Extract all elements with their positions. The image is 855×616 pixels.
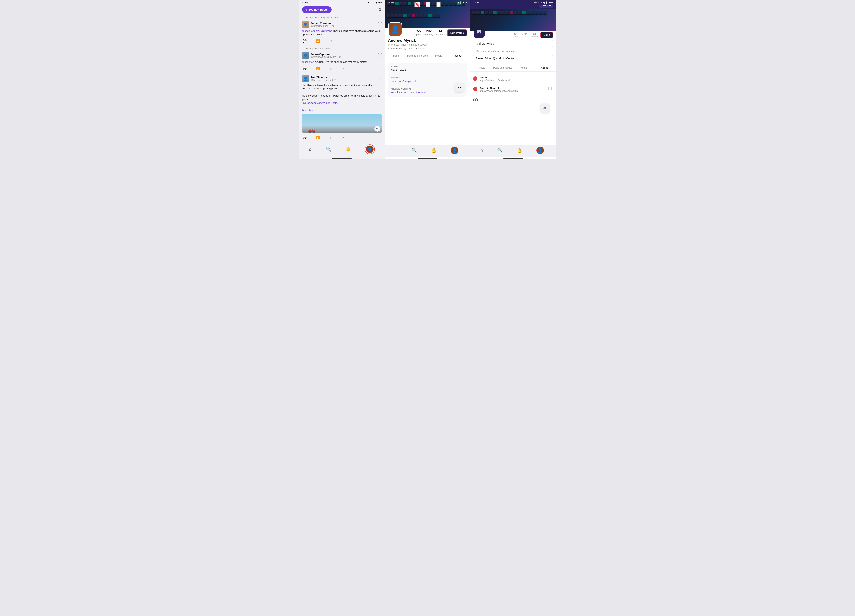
- add-link-button[interactable]: +: [473, 98, 478, 103]
- about-android-central-value[interactable]: androidcentral.com/author/andr...: [391, 91, 464, 94]
- edit-cover-s3: [470, 9, 556, 31]
- profile-avatar-nav-s3[interactable]: 👤: [536, 147, 544, 154]
- repost-action-2[interactable]: 🔁: [315, 66, 321, 71]
- home-nav-s2[interactable]: ⌂: [395, 148, 397, 153]
- post-text-1: @chockenberry @drdrang They couldn't hav…: [302, 29, 382, 37]
- edit-image-button[interactable]: ✏: [374, 126, 380, 132]
- status-time-s1: 12:57: [302, 1, 308, 4]
- account-switcher-s2[interactable]: ⌄: [459, 149, 460, 152]
- favorite-action-2[interactable]: ☆: [329, 66, 333, 71]
- bell-nav-s1[interactable]: 🔔: [345, 147, 351, 152]
- about-twitter-field: TWITTER twitter.com/andymyrick: [391, 77, 464, 83]
- status-time-s2: 12:56: [388, 1, 394, 4]
- stat-posts-num-s2: 55: [416, 29, 421, 33]
- reply-action-3[interactable]: 💬: [302, 135, 308, 140]
- home-nav-s3[interactable]: ⌂: [480, 148, 483, 153]
- edit-tab-about-s3[interactable]: About: [534, 64, 555, 72]
- bell-nav-s3[interactable]: 🔔: [517, 148, 522, 153]
- wifi-icon-s3: ▲: [538, 2, 540, 4]
- search-nav-s1[interactable]: 🔍: [326, 147, 331, 152]
- e-key-teal-2: [493, 11, 496, 15]
- more-button-3[interactable]: ···: [378, 76, 382, 81]
- settings-button[interactable]: ⚙: [378, 7, 382, 12]
- key-23: [432, 14, 436, 18]
- tab-media-s2[interactable]: Media: [429, 52, 449, 60]
- reply-to-label-2: In reply to dan seifert: [310, 48, 330, 50]
- tab-posts-s2[interactable]: Posts: [386, 52, 406, 60]
- see-new-posts-button[interactable]: ↑ See new posts: [302, 6, 331, 13]
- bell-nav-s2[interactable]: 🔔: [431, 148, 437, 153]
- post-actions-1: 💬 🔁 ☆ ↗: [302, 37, 345, 44]
- post-handle-1: @jamesthomson · 1m: [311, 25, 377, 28]
- post-handle-2: @mrcippy@mrcippy.xyz · 2m: [311, 56, 377, 58]
- tab-about-s2[interactable]: About: [449, 52, 469, 60]
- about-twitter-value[interactable]: twitter.com/andymyrick: [391, 80, 464, 83]
- bio-input-s3[interactable]: [473, 55, 553, 62]
- favorite-action-3[interactable]: ☆: [329, 135, 333, 140]
- android-central-link-url: https://www.androidcentral.com/auth: [480, 90, 545, 92]
- post-text-3: The Hyundai Ioniq 6 is such a great mach…: [302, 83, 382, 113]
- done-button-s3[interactable]: Done: [541, 32, 553, 38]
- edit-link-twitter: − Twitter https://twitter.com/andymyrick…: [473, 74, 553, 84]
- home-indicator-s3: [503, 158, 523, 159]
- share-action-2[interactable]: ↗: [341, 66, 345, 71]
- e-key-4: [489, 11, 492, 15]
- home-nav-s1[interactable]: ⌂: [309, 147, 312, 152]
- repost-action-1[interactable]: 🔁: [315, 38, 321, 44]
- hashtag-cars[interactable]: #cars: [302, 109, 308, 112]
- add-link-row: +: [473, 95, 553, 105]
- battery-icon-s3: 🔋: [545, 2, 548, 4]
- edit-tab-posts-replies-s3[interactable]: Posts and Replies: [492, 64, 513, 72]
- bottom-nav-s1: ⌂ 🔍 🔔 👤: [299, 142, 385, 157]
- edit-tab-media-s3[interactable]: Media: [513, 64, 534, 72]
- repost-action-3[interactable]: 🔁: [315, 135, 321, 140]
- edit-stat-followers-num-s3: 41: [530, 32, 538, 35]
- mention-dcseifert[interactable]: @dcseifert: [302, 60, 314, 63]
- compose-fab-s3[interactable]: ✏: [541, 104, 550, 113]
- profile-handle-s2: @andrewmyrick@mastodon.social: [388, 43, 467, 46]
- see-new-posts-label: See new posts: [308, 8, 328, 11]
- stat-posts-s2: 55 posts: [416, 29, 421, 35]
- compose-fab-s2[interactable]: ✏: [455, 83, 464, 92]
- hashtag-evs[interactable]: #evs: [309, 109, 314, 112]
- stat-followers-s2: 41 followers: [436, 29, 445, 35]
- favorite-action-1[interactable]: ☆: [329, 38, 333, 44]
- mention-chockenberry[interactable]: @chockenberry: [302, 29, 320, 32]
- share-action-3[interactable]: ↗: [341, 135, 345, 140]
- share-action-1[interactable]: ↗: [341, 38, 345, 44]
- profile-avatar-s2: 👤: [388, 22, 402, 36]
- twitter-link-info: Twitter https://twitter.com/andymyrick: [480, 76, 545, 82]
- post-username-3: Tim Stevens: [311, 76, 377, 79]
- key-pink-2: [412, 14, 415, 18]
- key-16: [391, 14, 395, 18]
- more-button-1[interactable]: ···: [378, 22, 382, 27]
- remove-android-central-button[interactable]: −: [473, 87, 478, 91]
- name-input-s3[interactable]: [473, 40, 553, 47]
- drag-handle-twitter[interactable]: ⋮⋮: [547, 76, 553, 80]
- account-switcher-s3[interactable]: ⌄: [544, 149, 546, 152]
- reply-action-1[interactable]: 💬: [302, 38, 308, 44]
- about-twitter-label: TWITTER: [391, 77, 464, 79]
- edit-stats-s3: 55 posts 202 following 41 followers: [487, 32, 538, 38]
- about-android-central-label: ANDROID CENTRAL: [391, 88, 464, 90]
- remove-twitter-button[interactable]: −: [473, 77, 478, 81]
- profile-name-s2: Andrew Myrick: [388, 38, 467, 43]
- drag-handle-android-central[interactable]: ⋮⋮: [547, 87, 553, 90]
- search-nav-s2[interactable]: 🔍: [412, 148, 417, 153]
- e-key-1: [472, 11, 476, 15]
- tab-posts-replies-s2[interactable]: Posts and Replies: [406, 52, 429, 60]
- mention-drdrang[interactable]: @drdrang: [321, 29, 332, 32]
- profile-avatar-nav-s2[interactable]: 👤: [451, 147, 458, 154]
- inverse-link[interactable]: inverse.com/tech/hyundai-ioniq...: [302, 101, 339, 104]
- edit-tab-posts-s3[interactable]: Posts: [472, 64, 492, 72]
- search-nav-s3[interactable]: 🔍: [497, 148, 503, 153]
- edit-stat-followers-s3: 41 followers: [530, 32, 538, 38]
- stat-following-s2: 202 following: [425, 29, 433, 35]
- edit-keyboard-bg: [470, 9, 556, 31]
- edit-profile-button-s2[interactable]: Edit Profile: [447, 29, 467, 36]
- reply-action-2[interactable]: 💬: [302, 66, 308, 71]
- more-button-2[interactable]: ···: [378, 53, 382, 58]
- avatar-james: 👤: [302, 21, 309, 28]
- about-section-s2: JOINED Nov 17, 2022 TWITTER twitter.com/…: [385, 60, 470, 99]
- arrow-up-icon: ↑: [306, 8, 307, 11]
